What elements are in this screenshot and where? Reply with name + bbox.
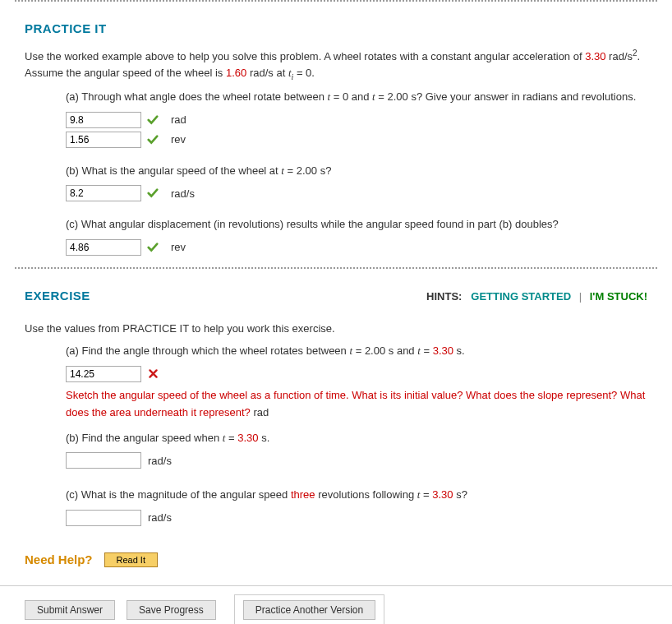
practice-a: (a) Through what angle does the wheel ro… — [66, 89, 647, 148]
exb-pre: (b) Find the angular speed when — [66, 432, 223, 444]
answer-row-c: rev — [66, 239, 647, 256]
input-a-rev[interactable] — [66, 132, 141, 148]
exercise-b: (b) Find the angular speed when t = 3.30… — [66, 430, 647, 469]
intro-end: rad/s at — [250, 67, 288, 79]
input-ex-b[interactable] — [66, 452, 141, 469]
intro-tail: = 0. — [293, 67, 315, 79]
exc-hi: three — [291, 488, 315, 501]
input-ex-a[interactable] — [66, 366, 141, 382]
exb-t: 3.30 — [237, 432, 258, 444]
pav-wrap: Practice Another Version — [234, 594, 384, 624]
divider-top — [15, 0, 657, 2]
var-t: t — [417, 488, 421, 501]
hints-sep: | — [579, 290, 582, 303]
exc-mid: revolutions following — [315, 488, 417, 501]
check-icon — [146, 113, 159, 127]
divider-mid — [15, 267, 657, 269]
link-im-stuck[interactable]: I'M STUCK! — [590, 290, 647, 303]
exa-pre: (a) Find the angle through which the whe… — [66, 344, 349, 357]
unit-exb: rad/s — [148, 455, 172, 467]
exc-t: 3.30 — [432, 488, 453, 501]
answer-row-exc: rad/s — [66, 510, 647, 526]
exa-mid: = 2.00 s and — [352, 344, 417, 357]
exc-end: s? — [453, 488, 467, 501]
need-help-label: Need Help? — [25, 552, 93, 566]
question-b: (b) What is the angular speed of the whe… — [66, 163, 647, 179]
exercise-header: EXERCISE HINTS: GETTING STARTED | I'M ST… — [25, 285, 647, 314]
practice-title: PRACTICE IT — [25, 21, 647, 35]
qa-end: = 2.00 s? Give your answer in radians an… — [375, 90, 637, 103]
exc-pre: (c) What is the magnitude of the angular… — [66, 488, 291, 501]
answer-row-a-rev: rev — [66, 132, 647, 148]
feedback-text: Sketch the angular speed of the wheel as… — [66, 389, 645, 418]
qb-end: = 2.00 s? — [284, 164, 331, 177]
unit-rads: rad/s — [171, 187, 195, 200]
input-ex-c[interactable] — [66, 510, 141, 526]
unit-rad: rad — [171, 113, 186, 126]
ex-question-b: (b) Find the angular speed when t = 3.30… — [66, 430, 647, 446]
exercise-intro: Use the values from PRACTICE IT to help … — [25, 321, 647, 337]
hints-block: HINTS: GETTING STARTED | I'M STUCK! — [426, 290, 647, 303]
check-icon — [146, 187, 159, 200]
value-accel: 3.30 — [585, 50, 605, 62]
exercise-c: (c) What is the magnitude of the angular… — [66, 487, 647, 526]
practice-another-button[interactable]: Practice Another Version — [243, 600, 375, 620]
readit-button[interactable]: Read It — [104, 552, 158, 567]
exercise-a: (a) Find the angle through which the whe… — [66, 343, 647, 421]
qa-pre: (a) Through what angle does the wheel ro… — [66, 90, 327, 103]
ex-question-a: (a) Find the angle through which the whe… — [66, 343, 647, 359]
answer-row-b: rad/s — [66, 185, 647, 201]
answer-row-exb: rad/s — [66, 452, 647, 469]
qb-pre: (b) What is the angular speed of the whe… — [66, 164, 281, 177]
qa-mid: = 0 and — [330, 90, 372, 103]
hints-label: HINTS: — [426, 290, 462, 303]
exercise-title: EXERCISE — [25, 289, 90, 303]
need-help-row: Need Help? Read It — [25, 552, 672, 567]
intro-text: Use the worked example above to help you… — [25, 50, 585, 62]
submit-button[interactable]: Submit Answer — [25, 600, 115, 620]
answer-row-a-rad: rad — [66, 112, 647, 128]
bottom-bar: Submit Answer Save Progress Practice Ano… — [0, 585, 672, 624]
intro-mid: rad/s — [609, 50, 633, 62]
unit-rev2: rev — [171, 241, 186, 253]
x-icon — [146, 367, 159, 381]
check-icon — [146, 133, 159, 146]
value-omega: 1.60 — [226, 67, 246, 79]
exa-end: s. — [453, 344, 465, 357]
question-card: PRACTICE IT Use the worked example above… — [0, 0, 672, 624]
save-button[interactable]: Save Progress — [127, 600, 216, 620]
exb-end: s. — [259, 432, 270, 444]
var-t: t — [223, 432, 226, 444]
practice-intro: Use the worked example above to help you… — [25, 47, 647, 82]
var-t: t — [417, 344, 421, 357]
answer-row-exa — [66, 366, 647, 382]
feedback-a: Sketch the angular speed of the wheel as… — [66, 387, 647, 422]
feedback-unit: rad — [251, 406, 269, 418]
check-icon — [146, 241, 159, 254]
unit-exc: rad/s — [148, 511, 172, 524]
input-a-rad[interactable] — [66, 112, 141, 128]
ex-question-c: (c) What is the magnitude of the angular… — [66, 487, 647, 503]
unit-rev: rev — [171, 133, 186, 146]
link-getting-started[interactable]: GETTING STARTED — [471, 290, 571, 303]
practice-section: PRACTICE IT Use the worked example above… — [0, 10, 672, 267]
input-b[interactable] — [66, 185, 141, 201]
question-c: (c) What angular displacement (in revolu… — [66, 216, 647, 233]
practice-b: (b) What is the angular speed of the whe… — [66, 163, 647, 202]
practice-c: (c) What angular displacement (in revolu… — [66, 216, 647, 256]
input-c[interactable] — [66, 239, 141, 256]
exa-t2: 3.30 — [433, 344, 453, 357]
question-a: (a) Through what angle does the wheel ro… — [66, 89, 647, 105]
exercise-section: EXERCISE HINTS: GETTING STARTED | I'M ST… — [0, 277, 672, 538]
